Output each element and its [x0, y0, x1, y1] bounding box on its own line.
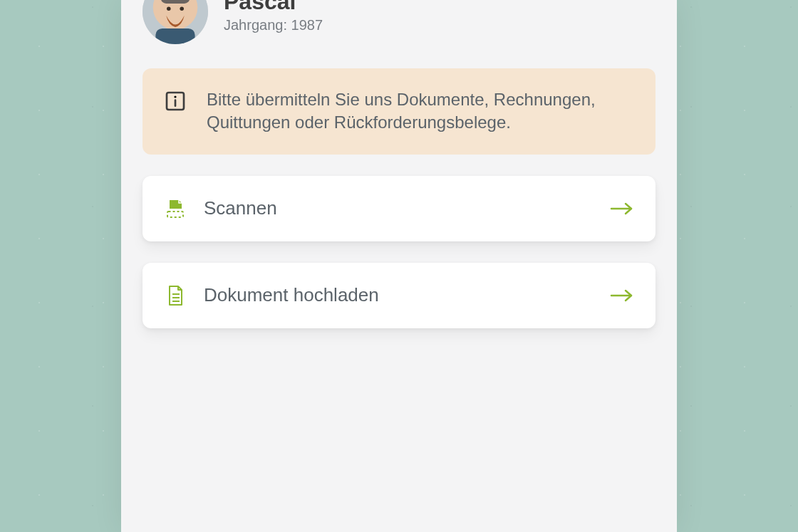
upload-label: Dokument hochladen [204, 284, 593, 306]
info-banner: Bitte übermitteln Sie uns Dokumente, Rec… [142, 68, 656, 155]
svg-point-9 [174, 95, 176, 98]
arrow-right-icon [610, 202, 634, 216]
main-panel: Pascal Jahrgang: 1987 Bitte übermitteln … [121, 0, 677, 532]
scan-label: Scannen [204, 197, 593, 219]
profile-header: Pascal Jahrgang: 1987 [142, 0, 656, 44]
info-text: Bitte übermitteln Sie uns Dokumente, Rec… [207, 88, 634, 135]
profile-name: Pascal [224, 0, 323, 13]
svg-rect-2 [161, 0, 190, 4]
upload-action[interactable]: Dokument hochladen [142, 263, 656, 328]
avatar [142, 0, 208, 44]
arrow-right-icon [610, 288, 634, 303]
info-icon [164, 90, 187, 113]
profile-subline: Jahrgang: 1987 [224, 17, 323, 33]
profile-text: Pascal Jahrgang: 1987 [224, 0, 323, 33]
document-icon [164, 284, 187, 307]
svg-point-4 [167, 7, 171, 11]
svg-point-5 [180, 7, 184, 11]
scanner-icon [164, 197, 187, 220]
svg-rect-6 [155, 28, 195, 44]
svg-rect-10 [167, 212, 183, 217]
scan-action[interactable]: Scannen [142, 176, 656, 241]
